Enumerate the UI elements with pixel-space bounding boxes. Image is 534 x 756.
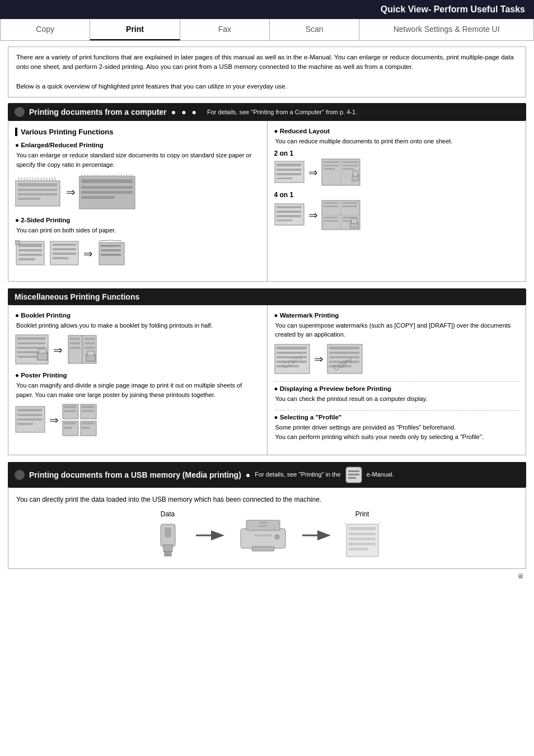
intro-text1: There are a variety of print functions t… [16,53,518,72]
enlarged-diagram: ⇒ [15,174,260,210]
svg-rect-40 [343,168,354,170]
svg-rect-39 [343,165,358,166]
layout-4on1-label: 4 on 1 [274,191,519,199]
svg-rect-78 [87,351,94,356]
svg-rect-22 [53,253,76,255]
header-title: Quick View- Perform Useful Tasks [381,4,525,14]
svg-line-136 [378,521,381,524]
poster-src [15,406,46,434]
usb-diagram: Data [16,510,518,561]
svg-rect-132 [349,538,376,540]
section1-dots: ● ● ● [171,108,198,116]
layout-4on1-diagram: ⇒ [274,200,519,231]
svg-rect-88 [82,405,94,408]
two-sided-diagram: ⇒ [15,240,260,268]
usb-arrow2 [299,524,333,547]
svg-rect-21 [53,248,76,250]
svg-rect-53 [343,202,357,204]
poster-sheet-br [80,421,97,436]
svg-rect-10 [81,191,133,194]
svg-rect-35 [324,161,339,163]
svg-rect-56 [324,220,338,222]
poster-result-top [62,404,97,419]
bridge-large-svg [79,174,138,210]
two-sided-doc2 [49,240,80,267]
section3-content: You can directly print the data loaded i… [8,488,526,569]
svg-rect-23 [53,257,68,259]
svg-rect-131 [349,533,376,535]
booklet-diagram: ⇒ [15,334,260,365]
svg-rect-106 [329,356,359,358]
svg-rect-64 [17,347,45,349]
bridge-small-svg [15,175,63,209]
svg-rect-29 [277,164,301,166]
svg-rect-55 [324,217,338,218]
tab-scan[interactable]: Scan [270,19,359,40]
poster-sheet-bl [62,421,79,436]
svg-rect-18 [15,240,20,245]
tab-fax[interactable]: Fax [180,19,270,40]
tab-print[interactable]: Print [90,19,180,40]
svg-rect-76 [85,347,95,349]
tab-network[interactable]: Network Settings & Remote UI [359,19,533,40]
svg-rect-63 [17,342,45,344]
svg-rect-9 [81,186,133,189]
reduced-layout-text: You can reduce multiple documents to pri… [274,137,519,146]
preview-section: Displaying a Preview before Printing You… [274,385,519,404]
arrow-poster: ⇒ [49,413,59,427]
svg-rect-97 [277,347,307,349]
watermark-section: Watermark Printing You can superimpose w… [274,312,519,375]
poster-result-bot [62,421,97,436]
svg-rect-52 [324,206,338,207]
svg-rect-133 [349,543,376,545]
section1-right: Reduced Layout You can reduce multiple d… [268,121,526,281]
svg-rect-36 [324,165,339,166]
arrow-enlarged: ⇒ [66,185,76,199]
section1-left: Various Printing Functions Enlarged/Redu… [8,121,268,281]
svg-rect-94 [82,422,94,424]
svg-rect-17 [18,258,35,260]
watermark-result: COPY [327,344,363,375]
arrow-2on1: ⇒ [308,166,318,179]
navigation-tabs: Copy Print Fax Scan Network Settings & R… [0,19,534,41]
svg-rect-85 [64,405,76,408]
two-pages-from [274,161,305,184]
usb-data-item: Data [154,510,182,561]
svg-rect-86 [64,410,76,412]
section2-left: Booklet Printing Booklet printing allows… [8,305,268,455]
svg-rect-115 [163,545,172,552]
svg-rect-62 [17,337,45,340]
svg-rect-8 [81,179,133,183]
svg-rect-92 [64,427,72,429]
poster-title: Poster Printing [15,372,260,379]
svg-rect-31 [277,173,301,175]
watermark-diagram: COPY ⇒ COPY [274,344,519,375]
svg-rect-104 [329,347,359,349]
reduced-layout-title: Reduced Layout [274,128,519,134]
svg-rect-11 [81,196,115,199]
svg-rect-122 [252,547,274,551]
svg-rect-1 [18,183,57,186]
usb-arrow1 [193,524,227,547]
svg-rect-20 [53,244,76,246]
svg-rect-123 [255,534,271,536]
watermark-text: You can superimpose watermarks (such as … [274,321,519,339]
svg-rect-105 [329,352,359,354]
svg-rect-15 [18,249,42,251]
intro-text2: Below is a quick overview of highlighted… [16,82,518,91]
tab-copy[interactable]: Copy [1,19,90,40]
intro-box: There are a variety of print functions t… [8,46,526,97]
svg-rect-60 [352,218,357,223]
printer-machine-svg [238,517,288,554]
two-sided-text: You can print on both sides of paper. [15,226,260,235]
svg-rect-80 [17,409,42,412]
svg-line-135 [344,521,346,524]
svg-rect-32 [277,178,292,179]
booklet-title: Booklet Printing [15,312,260,319]
svg-rect-111 [348,470,359,472]
usb-print-item: Print [344,510,381,561]
svg-rect-37 [324,168,335,170]
layout-2on1-label: 2 on 1 [274,150,519,157]
divider1 [274,381,519,382]
poster-text: You can magnify and divide a single page… [15,381,260,399]
